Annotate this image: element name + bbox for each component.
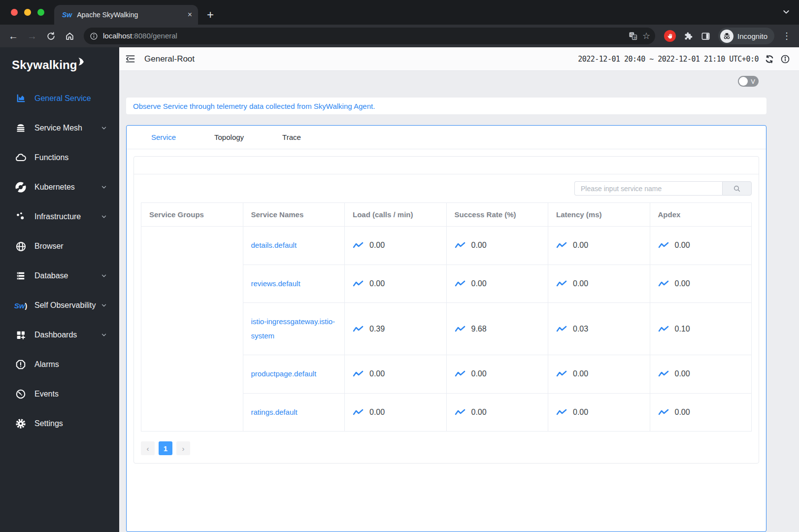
tab-search-chevron-icon[interactable] (782, 8, 790, 18)
sidebar-item-alarms[interactable]: Alarms (0, 350, 119, 379)
tab-strip: Sw Apache SkyWalking × + (0, 0, 799, 25)
bar-chart-icon (15, 93, 27, 104)
toggle-knob-icon (739, 77, 748, 86)
metric-value: 0.00 (573, 279, 588, 288)
pagination-page-1[interactable]: 1 (159, 441, 172, 455)
side-panel-icon[interactable] (701, 32, 710, 41)
globe-icon (15, 240, 27, 252)
sidebar-item-functions[interactable]: Functions (0, 143, 119, 172)
chevron-down-icon (100, 213, 107, 220)
incognito-profile-badge[interactable]: Incognito (718, 28, 774, 44)
sidebar-item-label: Infrastructure (34, 212, 81, 221)
browser-tab[interactable]: Sw Apache SkyWalking × (54, 5, 198, 25)
search-button[interactable] (722, 181, 752, 196)
clock-icon (15, 388, 27, 400)
home-button[interactable] (61, 28, 78, 44)
col-apdex: Apdex (650, 203, 752, 227)
sidebar-collapse-icon[interactable] (123, 52, 137, 66)
page-title: General-Root (144, 54, 195, 64)
app-header: General-Root 2022-12-01 20:40 ~ 2022-12-… (119, 47, 799, 71)
service-link[interactable]: productpage.default (251, 367, 317, 381)
sparkline-icon (556, 242, 567, 249)
chevron-down-icon (100, 272, 107, 279)
col-load: Load (calls / min) (345, 203, 447, 227)
skywalking-logo: Skywalking (0, 47, 119, 75)
window-minimize-button[interactable] (24, 9, 31, 16)
service-table-panel: Service Groups Service Names Load (calls… (133, 156, 759, 464)
metric-value: 0.00 (675, 241, 690, 250)
tab-service[interactable]: Service (151, 133, 176, 141)
reload-button[interactable] (42, 28, 59, 44)
sidebar-item-settings[interactable]: Settings (0, 409, 119, 438)
refresh-icon[interactable] (765, 54, 774, 64)
sparkline-icon (658, 242, 669, 249)
pagination-prev-button[interactable]: ‹ (141, 441, 155, 455)
sidebar-item-label: Alarms (34, 360, 59, 369)
extensions-puzzle-icon[interactable] (684, 32, 693, 41)
toggle-label: V (751, 78, 755, 85)
browser-menu-icon[interactable]: ⋮ (779, 31, 794, 41)
window-controls (0, 0, 54, 25)
version-toggle[interactable]: V (738, 76, 759, 87)
service-link[interactable]: ratings.default (251, 405, 298, 420)
service-link[interactable]: details.default (251, 238, 297, 253)
forward-button: → (24, 28, 40, 44)
tab-trace[interactable]: Trace (282, 133, 301, 141)
search-input[interactable] (574, 181, 722, 196)
sidebar-item-database[interactable]: Database (0, 261, 119, 291)
sidebar-item-browser[interactable]: Browser (0, 232, 119, 261)
sparkline-icon (455, 280, 466, 287)
sparkline-icon (658, 280, 669, 287)
time-range-picker[interactable]: 2022-12-01 20:40 ~ 2022-12-01 21:10 UTC+… (578, 55, 759, 64)
sidebar: Skywalking General Service Service Mesh (0, 47, 119, 532)
table-row: details.default 0.00 0.00 0.00 0.00 (141, 227, 752, 265)
sidebar-item-service-mesh[interactable]: Service Mesh (0, 113, 119, 143)
sidebar-item-label: Settings (34, 419, 63, 428)
metric-value: 0.00 (369, 408, 385, 417)
metric-value: 0.00 (369, 369, 385, 378)
sparkline-icon (556, 280, 567, 287)
sidebar-item-events[interactable]: Events (0, 379, 119, 409)
sparkline-icon (353, 409, 364, 416)
metric-value: 0.03 (573, 325, 588, 333)
dots-cluster-icon (15, 211, 27, 223)
alert-hexagon-icon (15, 359, 27, 370)
sidebar-item-label: Service Mesh (34, 124, 82, 133)
toggle-row: V (126, 71, 766, 92)
logo-text: Skywalking (12, 58, 77, 72)
sparkline-icon (455, 242, 466, 249)
sidebar-item-label: Database (34, 271, 68, 280)
incognito-avatar-icon (720, 30, 733, 43)
sidebar-item-infrastructure[interactable]: Infrastructure (0, 202, 119, 232)
server-stack-icon (15, 270, 27, 282)
back-button[interactable]: ← (5, 28, 22, 44)
site-info-icon[interactable] (90, 32, 98, 40)
sparkline-icon (353, 326, 364, 332)
new-tab-button[interactable]: + (207, 8, 214, 22)
service-link[interactable]: istio-ingressgateway.istio-system (251, 315, 337, 343)
url-bar[interactable]: localhost:8080/general G文 ☆ (84, 28, 655, 44)
chevron-down-icon (100, 184, 107, 191)
sidebar-item-kubernetes[interactable]: Kubernetes (0, 172, 119, 202)
bookmark-star-icon[interactable]: ☆ (642, 31, 650, 41)
dashboard-grid-icon (15, 329, 27, 341)
translate-icon[interactable]: G文 (629, 32, 637, 40)
pagination-next-button[interactable]: › (176, 441, 190, 455)
adblock-extension-icon[interactable] (664, 30, 676, 42)
info-icon[interactable] (780, 54, 790, 64)
tab-topology[interactable]: Topology (214, 133, 244, 141)
url-host: localhost (103, 32, 132, 40)
search-row (134, 174, 759, 200)
col-service-names: Service Names (243, 203, 345, 227)
service-group-cell (141, 227, 243, 432)
window-zoom-button[interactable] (37, 9, 44, 16)
tab-close-icon[interactable]: × (188, 11, 192, 19)
sidebar-item-self-observability[interactable]: Sw) Self Observability (0, 291, 119, 320)
service-link[interactable]: reviews.default (251, 277, 300, 291)
sidebar-item-dashboards[interactable]: Dashboards (0, 320, 119, 350)
metric-value: 0.10 (675, 325, 690, 333)
sidebar-item-general-service[interactable]: General Service (0, 84, 119, 113)
chevron-down-icon (100, 302, 107, 309)
services-table: Service Groups Service Names Load (calls… (141, 202, 752, 432)
window-close-button[interactable] (11, 9, 18, 16)
